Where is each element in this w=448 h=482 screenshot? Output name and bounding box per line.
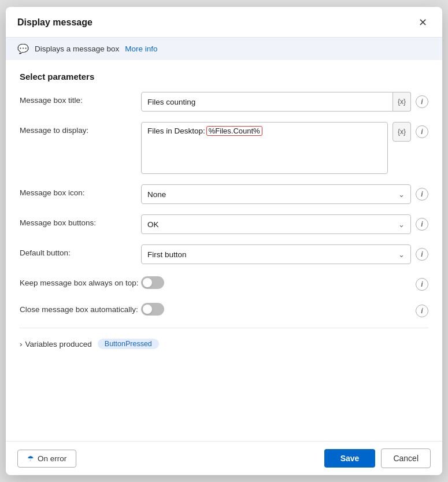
textarea-content: Files in Desktop: %Files.Count% — [147, 126, 382, 136]
display-message-dialog: Display message ✕ 💬 Displays a message b… — [6, 7, 442, 475]
message-to-display-label: Message to display: — [20, 122, 141, 135]
message-box-icon-label: Message box icon: — [20, 184, 141, 197]
close-automatically-toggle[interactable] — [141, 303, 164, 316]
expand-icon: › — [20, 340, 23, 348]
variables-produced-row: › Variables produced ButtonPressed — [20, 334, 428, 355]
default-button-value: First button — [147, 250, 187, 259]
save-button[interactable]: Save — [324, 449, 376, 468]
message-box-title-label: Message box title: — [20, 92, 141, 105]
message-box-title-input[interactable] — [141, 92, 393, 112]
keep-on-top-info[interactable]: i — [416, 278, 428, 291]
cancel-button[interactable]: Cancel — [381, 448, 431, 468]
textarea-tag: %Files.Count% — [206, 126, 262, 136]
message-box-buttons-select[interactable]: OK ⌄ — [141, 214, 411, 234]
message-box-icon-chevron: ⌄ — [398, 190, 405, 199]
keep-on-top-knob — [143, 278, 152, 287]
keep-on-top-label: Keep message box always on top: — [20, 279, 141, 287]
dialog-header: Display message ✕ — [6, 7, 442, 38]
message-box-buttons-label: Message box buttons: — [20, 214, 141, 227]
dialog-footer: ☂ On error Save Cancel — [6, 441, 442, 475]
message-to-display-info[interactable]: i — [416, 125, 428, 138]
variables-produced-badge: ButtonPressed — [98, 339, 159, 349]
info-bar-text: Displays a message box — [35, 45, 119, 53]
section-title: Select parameters — [20, 72, 428, 81]
dialog-title: Display message — [17, 17, 92, 28]
message-box-icon-control: None ⌄ i — [141, 184, 428, 204]
variables-produced-label: Variables produced — [25, 340, 92, 348]
close-automatically-info[interactable]: i — [416, 305, 428, 317]
keep-on-top-row: Keep message box always on top: i — [20, 275, 428, 291]
message-box-buttons-info[interactable]: i — [416, 218, 428, 231]
more-info-link[interactable]: More info — [125, 45, 157, 53]
message-box-icon-select[interactable]: None ⌄ — [141, 184, 411, 204]
default-button-row: Default button: First button ⌄ i — [20, 244, 428, 264]
close-button[interactable]: ✕ — [415, 16, 431, 29]
message-to-display-input-wrap: Files in Desktop: %Files.Count% {x} i — [141, 122, 428, 174]
message-box-buttons-control: OK ⌄ i — [141, 214, 428, 234]
close-automatically-label: Close message box automatically: — [20, 305, 141, 314]
message-box-title-var-btn[interactable]: {x} — [393, 92, 411, 112]
textarea-plain-text: Files in Desktop: — [147, 127, 205, 135]
dialog-body: Select parameters Message box title: {x}… — [6, 60, 442, 441]
shield-icon: ☂ — [27, 454, 34, 463]
divider — [20, 328, 428, 328]
message-box-buttons-chevron: ⌄ — [398, 220, 405, 229]
message-box-icon-info[interactable]: i — [416, 188, 428, 201]
default-button-select[interactable]: First button ⌄ — [141, 244, 411, 264]
message-box-buttons-value: OK — [147, 220, 159, 229]
message-box-icon-row: Message box icon: None ⌄ i — [20, 184, 428, 204]
default-button-chevron: ⌄ — [398, 250, 405, 259]
message-box-title-control: {x} i — [141, 92, 428, 112]
message-box-icon-value: None — [147, 190, 166, 199]
message-box-title-input-wrap: {x} — [141, 92, 411, 112]
default-button-info[interactable]: i — [416, 248, 428, 261]
default-button-label: Default button: — [20, 244, 141, 257]
message-icon: 💬 — [17, 43, 29, 54]
message-to-display-textarea[interactable]: Files in Desktop: %Files.Count% — [141, 122, 388, 174]
message-to-display-row: Message to display: Files in Desktop: %F… — [20, 122, 428, 174]
variables-expand-btn[interactable]: › Variables produced — [20, 340, 92, 348]
message-box-title-row: Message box title: {x} i — [20, 92, 428, 112]
keep-on-top-control: i — [141, 275, 428, 291]
on-error-button[interactable]: ☂ On error — [17, 450, 76, 468]
info-bar: 💬 Displays a message box More info — [6, 38, 442, 60]
on-error-label: On error — [38, 454, 66, 463]
message-box-buttons-row: Message box buttons: OK ⌄ i — [20, 214, 428, 234]
message-box-title-info[interactable]: i — [416, 95, 428, 108]
close-automatically-row: Close message box automatically: i — [20, 301, 428, 317]
message-to-display-var-btn[interactable]: {x} — [393, 122, 411, 142]
close-automatically-control: i — [141, 301, 428, 317]
message-to-display-side: {x} — [393, 122, 411, 142]
message-to-display-control: Files in Desktop: %Files.Count% {x} i — [141, 122, 428, 174]
close-automatically-knob — [143, 305, 152, 314]
keep-on-top-toggle[interactable] — [141, 276, 164, 289]
default-button-control: First button ⌄ i — [141, 244, 428, 264]
